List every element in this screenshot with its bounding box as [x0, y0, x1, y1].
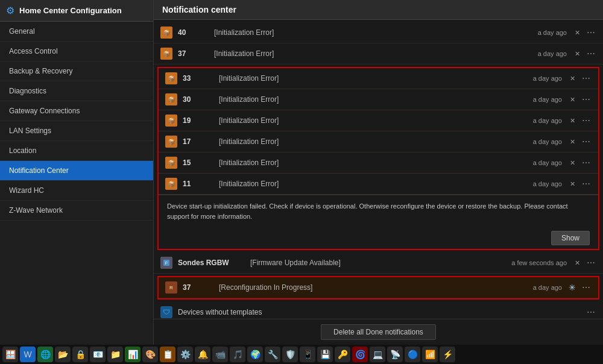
notif-icon-reconfig: R — [165, 281, 178, 294]
notif-more-33[interactable]: ⋯ — [580, 73, 592, 84]
taskbar-settings[interactable]: ⚙️ — [177, 347, 193, 362]
taskbar-notif[interactable]: 🔔 — [195, 347, 210, 362]
notif-icon-11: 📦 — [165, 177, 178, 190]
notif-id-33: 33 — [183, 74, 219, 83]
sidebar-item-backup[interactable]: Backup & Recovery — [0, 61, 153, 81]
notif-close-37-top[interactable]: ✕ — [572, 48, 582, 59]
notif-more-37-top[interactable]: ⋯ — [585, 48, 597, 59]
notif-message-33: [Initialization Error] — [219, 74, 533, 83]
notif-time-37-top: a day ago — [538, 50, 567, 57]
notif-more-15[interactable]: ⋯ — [580, 157, 592, 168]
notif-row-devices-no-templates: 🛡 Devices without templates ⋯ — [154, 302, 603, 319]
taskbar-globe[interactable]: 🌍 — [247, 347, 263, 362]
taskbar-folder[interactable]: 📁 — [107, 347, 123, 362]
sidebar-item-general[interactable]: General — [0, 22, 153, 42]
notif-more-devices[interactable]: ⋯ — [585, 307, 597, 318]
sidebar-item-diagnostics[interactable]: Diagnostics — [0, 81, 153, 101]
start-button[interactable]: 🪟 — [2, 347, 18, 362]
notif-more-17[interactable]: ⋯ — [580, 136, 592, 147]
taskbar-word[interactable]: W — [20, 347, 36, 362]
notif-message-15: [Initialization Error] — [219, 158, 533, 167]
taskbar-excel[interactable]: 📊 — [125, 347, 140, 362]
notif-message-devices: Devices without templates — [178, 308, 585, 316]
red-border-group: 📦 33 [Initialization Error] a day ago ✕ … — [157, 67, 599, 250]
main-layout: ⚙ Home Center Configuration General Acce… — [0, 0, 603, 345]
notif-time-15: a day ago — [533, 159, 562, 166]
taskbar-shield[interactable]: 🛡️ — [282, 347, 298, 362]
notif-close-15[interactable]: ✕ — [567, 157, 578, 168]
notif-close-17[interactable]: ✕ — [567, 136, 578, 147]
notif-more-11[interactable]: ⋯ — [580, 178, 592, 189]
notif-close-33[interactable]: ✕ — [567, 73, 578, 84]
notif-close-firmware[interactable]: ✕ — [572, 257, 582, 268]
sidebar-item-zwave[interactable]: Z-Wave Network — [0, 201, 153, 221]
notif-icon-15: 📦 — [165, 156, 178, 169]
notif-more-reconfig[interactable]: ⋯ — [580, 282, 592, 293]
notif-more-30[interactable]: ⋯ — [580, 94, 592, 105]
notif-time-17: a day ago — [533, 138, 562, 145]
notif-id-30: 30 — [183, 95, 219, 104]
taskbar-phone[interactable]: 📱 — [300, 347, 315, 362]
taskbar-lock[interactable]: 🔒 — [72, 347, 88, 362]
notif-close-30[interactable]: ✕ — [567, 94, 578, 105]
spinner-icon: ✳ — [567, 282, 578, 293]
sidebar-item-notification-center[interactable]: Notification Center — [0, 161, 153, 181]
notif-time-40: a day ago — [538, 29, 567, 36]
notif-icon-17: 📦 — [165, 135, 178, 148]
box-icon: 📦 — [165, 136, 177, 148]
delete-all-button[interactable]: Delete all Done notifications — [321, 324, 436, 340]
box-icon: 📦 — [165, 115, 177, 127]
notif-message-30: [Initialization Error] — [219, 95, 533, 104]
notif-row-33: 📦 33 [Initialization Error] a day ago ✕ … — [159, 68, 598, 89]
content-header: Notification center — [154, 0, 603, 20]
notif-name-firmware: Sondes RGBW — [178, 259, 250, 267]
taskbar-power[interactable]: ⚡ — [440, 347, 455, 362]
notif-close-40[interactable]: ✕ — [572, 27, 582, 38]
notif-row-15: 📦 15 [Initialization Error] a day ago ✕ … — [159, 152, 598, 174]
taskbar-video[interactable]: 📹 — [212, 347, 228, 362]
notif-row-37-top: 📦 37 [Initialization Error] a day ago ✕ … — [154, 43, 603, 64]
notif-close-11[interactable]: ✕ — [567, 178, 578, 189]
taskbar-music[interactable]: 🎵 — [230, 347, 245, 362]
notif-close-19[interactable]: ✕ — [567, 115, 578, 126]
show-button[interactable]: Show — [551, 231, 590, 245]
notif-id-40: 40 — [178, 28, 214, 37]
taskbar-art[interactable]: 🎨 — [142, 347, 158, 362]
notif-icon-37-top: 📦 — [160, 47, 173, 60]
notif-more-40[interactable]: ⋯ — [585, 27, 597, 38]
sidebar-item-wizard[interactable]: Wizard HC — [0, 181, 153, 201]
taskbar-wifi[interactable]: 📶 — [422, 347, 438, 362]
notif-time-11: a day ago — [533, 180, 562, 187]
sidebar-item-lan[interactable]: LAN Settings — [0, 121, 153, 141]
notif-row-30: 📦 30 [Initialization Error] a day ago ✕ … — [159, 89, 598, 110]
taskbar-files[interactable]: 📂 — [55, 347, 71, 362]
notification-list[interactable]: 📦 40 [Initialization Error] a day ago ✕ … — [154, 20, 603, 319]
error-description: Device start-up initialization failed. C… — [159, 195, 598, 227]
reconfig-icon: R — [165, 281, 177, 293]
notif-row-reconfig: R 37 [Reconfiguration In Progress] a day… — [159, 277, 598, 298]
taskbar-browser[interactable]: 🌐 — [37, 347, 53, 362]
taskbar-task[interactable]: 📋 — [160, 347, 175, 362]
taskbar-signal[interactable]: 📡 — [387, 347, 403, 362]
sidebar-header: ⚙ Home Center Configuration — [0, 0, 153, 22]
content-panel: Notification center 📦 40 [Initialization… — [154, 0, 603, 345]
taskbar-save[interactable]: 💾 — [317, 347, 333, 362]
taskbar-monitor[interactable]: 💻 — [370, 347, 385, 362]
notif-more-firmware[interactable]: ⋯ — [585, 257, 597, 268]
taskbar-swirl[interactable]: 🌀 — [352, 347, 368, 362]
notif-icon-40: 📦 — [160, 26, 173, 39]
taskbar-key[interactable]: 🔑 — [335, 347, 350, 362]
notif-more-19[interactable]: ⋯ — [580, 115, 592, 126]
notif-message-37-top: [Initialization Error] — [214, 49, 538, 58]
taskbar-tool[interactable]: 🔧 — [265, 347, 280, 362]
sidebar-item-access-control[interactable]: Access Control — [0, 42, 153, 61]
firmware-icon: F — [160, 257, 172, 269]
sidebar-item-location[interactable]: Location — [0, 141, 153, 161]
svg-text:F: F — [165, 261, 168, 265]
notif-id-11: 11 — [183, 180, 219, 188]
taskbar-bluetooth[interactable]: 🔵 — [405, 347, 420, 362]
notif-time-19: a day ago — [533, 117, 562, 124]
notif-time-firmware: a few seconds ago — [511, 259, 567, 266]
taskbar-mail[interactable]: 📧 — [90, 347, 106, 362]
sidebar-item-gateway[interactable]: Gateway Connections — [0, 101, 153, 121]
